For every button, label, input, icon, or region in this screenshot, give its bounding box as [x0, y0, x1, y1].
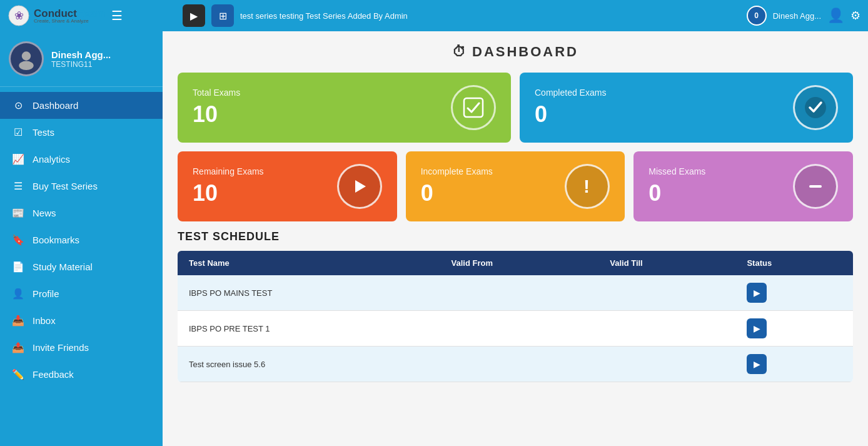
- dashboard-title-text: Dashboard: [472, 44, 578, 60]
- user-badge: 0: [747, 6, 767, 26]
- news-icon: 📰: [11, 207, 25, 219]
- inbox-icon: 📥: [11, 315, 25, 327]
- sidebar-item-bookmarks[interactable]: 🔖 Bookmarks: [0, 226, 163, 253]
- sidebar-label-buy-test-series: Buy Test Series: [33, 181, 98, 191]
- stat-card-missed: Missed Exams 0: [633, 151, 853, 221]
- play-button[interactable]: ▶: [747, 283, 767, 303]
- avatar-icon: [15, 48, 38, 70]
- stat-info-total: Total Exams 10: [193, 88, 240, 128]
- topbar-right: 0 Dinesh Agg... 👤 ⚙: [747, 6, 860, 26]
- sidebar-label-bookmarks: Bookmarks: [33, 235, 79, 245]
- schedule-table-body: IBPS PO MAINS TEST ▶ IBPS PO PRE TEST 1 …: [178, 275, 853, 382]
- avatar: [9, 41, 44, 76]
- topbar-center: ▶ ⊞ test series testing Test Series Adde…: [170, 4, 747, 27]
- sidebar-item-tests[interactable]: ☑ Tests: [0, 119, 163, 146]
- sidebar-profile: Dinesh Agg... TESTING11: [0, 31, 163, 87]
- tests-icon: ☑: [11, 126, 25, 138]
- stat-icon-incomplete: !: [565, 164, 610, 209]
- col-valid-till: Valid Till: [598, 251, 735, 275]
- play-icon-btn[interactable]: ▶: [183, 4, 205, 27]
- stat-icon-completed: [793, 85, 838, 130]
- stat-label-incomplete: Incomplete Exams: [421, 166, 493, 176]
- sidebar-username: TESTING11: [51, 60, 111, 69]
- stat-card-incomplete: Incomplete Exams 0 !: [406, 151, 625, 221]
- sidebar-nav: ⊙ Dashboard ☑ Tests 📈 Analytics ☰ Buy Te…: [0, 87, 163, 446]
- schedule-table: Test Name Valid From Valid Till Status I…: [178, 251, 853, 382]
- stat-label-completed: Completed Exams: [535, 88, 606, 98]
- sidebar-item-feedback[interactable]: ✏️ Feedback: [0, 361, 163, 388]
- sidebar-user-info: Dinesh Agg... TESTING11: [51, 49, 111, 69]
- bookmarks-icon: 🔖: [11, 234, 25, 246]
- play-button[interactable]: ▶: [747, 318, 767, 338]
- sidebar-label-invite-friends: Invite Friends: [33, 342, 89, 353]
- stat-label-total: Total Exams: [193, 88, 240, 98]
- dashboard-title: ⏱ Dashboard: [178, 44, 853, 60]
- test-schedule-section: Test Schedule Test Name Valid From Valid…: [178, 230, 853, 382]
- cell-test-name: IBPS PO PRE TEST 1: [178, 311, 440, 347]
- stat-info-completed: Completed Exams 0: [535, 88, 606, 128]
- sidebar-item-study-material[interactable]: 📄 Study Material: [0, 253, 163, 280]
- stat-value-total: 10: [193, 101, 240, 128]
- sidebar-user-name: Dinesh Agg...: [51, 49, 111, 60]
- dashboard-title-icon: ⏱: [452, 44, 467, 60]
- sidebar-item-inbox[interactable]: 📥 Inbox: [0, 307, 163, 334]
- feedback-icon: ✏️: [11, 368, 25, 380]
- sidebar: Dinesh Agg... TESTING11 ⊙ Dashboard ☑ Te…: [0, 31, 163, 446]
- buy-test-series-icon: ☰: [11, 180, 25, 192]
- cell-valid-till: [598, 275, 735, 311]
- exclamation-icon: !: [577, 176, 597, 196]
- sidebar-item-profile[interactable]: 👤 Profile: [0, 280, 163, 307]
- stat-info-remaining: Remaining Exams 10: [193, 166, 264, 206]
- settings-icon[interactable]: ⚙: [850, 9, 860, 23]
- schedule-title: Test Schedule: [178, 230, 853, 243]
- cell-test-name: IBPS PO MAINS TEST: [178, 275, 440, 311]
- invite-friends-icon: 📤: [11, 342, 25, 353]
- svg-text:!: !: [583, 176, 590, 196]
- main-content: ⏱ Dashboard Total Exams 10 Comple: [163, 31, 868, 446]
- stat-card-remaining: Remaining Exams 10: [178, 151, 397, 221]
- user-profile-icon[interactable]: 👤: [827, 8, 844, 24]
- stat-value-missed: 0: [648, 180, 705, 206]
- cell-valid-from: [440, 347, 599, 382]
- sidebar-label-news: News: [33, 208, 56, 218]
- cell-valid-till: [598, 347, 735, 382]
- sidebar-item-dashboard[interactable]: ⊙ Dashboard: [0, 92, 163, 119]
- stat-label-remaining: Remaining Exams: [193, 166, 264, 176]
- col-test-name: Test Name: [178, 251, 440, 275]
- play-button[interactable]: ▶: [747, 354, 767, 374]
- svg-marker-6: [355, 180, 366, 193]
- user-name-top: Dinesh Agg...: [773, 11, 821, 21]
- sidebar-item-buy-test-series[interactable]: ☰ Buy Test Series: [0, 173, 163, 200]
- sidebar-label-study-material: Study Material: [33, 261, 93, 272]
- app-icon-btn[interactable]: ⊞: [211, 4, 234, 27]
- sidebar-label-profile: Profile: [33, 288, 59, 299]
- hamburger-icon[interactable]: ☰: [111, 8, 123, 23]
- play-icon: [350, 177, 369, 196]
- topbar-left: ❀ ConductExam Create, Share & Analyze ☰: [8, 4, 170, 27]
- stat-value-remaining: 10: [193, 180, 264, 206]
- sidebar-label-analytics: Analytics: [33, 154, 70, 165]
- stat-card-completed: Completed Exams 0: [520, 73, 853, 143]
- main-layout: Dinesh Agg... TESTING11 ⊙ Dashboard ☑ Te…: [0, 31, 868, 446]
- cell-valid-from: [440, 311, 599, 347]
- svg-rect-4: [464, 98, 483, 117]
- sidebar-item-analytics[interactable]: 📈 Analytics: [0, 146, 163, 173]
- study-material-icon: 📄: [11, 261, 25, 273]
- sidebar-label-tests: Tests: [33, 127, 54, 138]
- svg-point-2: [22, 51, 31, 60]
- stat-row-2: Remaining Exams 10 Incomplete Exams 0 !: [178, 151, 853, 221]
- stat-icon-missed: [793, 164, 838, 209]
- topbar: ❀ ConductExam Create, Share & Analyze ☰ …: [0, 0, 868, 31]
- table-row: IBPS PO MAINS TEST ▶: [178, 275, 853, 311]
- table-row: Test screen issue 5.6 ▶: [178, 347, 853, 382]
- stat-value-completed: 0: [535, 101, 606, 128]
- cell-status: ▶: [735, 275, 853, 311]
- logo: ❀ ConductExam Create, Share & Analyze: [8, 4, 105, 27]
- stat-info-missed: Missed Exams 0: [648, 166, 705, 206]
- svg-rect-8: [809, 185, 822, 188]
- sidebar-item-invite-friends[interactable]: 📤 Invite Friends: [0, 334, 163, 361]
- sidebar-item-news[interactable]: 📰 News: [0, 200, 163, 226]
- cell-valid-from: [440, 275, 599, 311]
- cell-test-name: Test screen issue 5.6: [178, 347, 440, 382]
- cell-status: ▶: [735, 347, 853, 382]
